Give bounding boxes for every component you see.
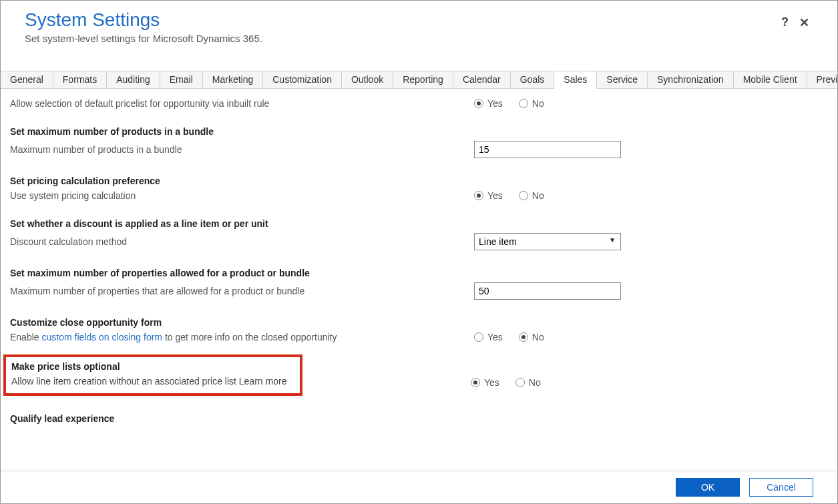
- input-max-bundle[interactable]: [474, 141, 621, 158]
- tab-sales[interactable]: Sales: [554, 71, 597, 89]
- heading-max-props: Set maximum number of properties allowed…: [10, 268, 828, 278]
- tab-auditing[interactable]: Auditing: [107, 71, 160, 88]
- radio-close-opp-yes[interactable]: Yes: [474, 332, 503, 342]
- tab-synchronization[interactable]: Synchronization: [648, 71, 734, 88]
- tab-previews[interactable]: Previews: [807, 71, 838, 88]
- radio-price-lists-optional-yes[interactable]: Yes: [471, 377, 499, 388]
- close-icon[interactable]: ✕: [799, 15, 809, 30]
- link-learn-more-price-lists[interactable]: Learn more: [239, 376, 287, 387]
- label-max-props: Maximum number of properties that are al…: [10, 286, 474, 296]
- tab-customization[interactable]: Customization: [263, 71, 342, 88]
- tab-strip: General Formats Auditing Email Marketing…: [1, 71, 837, 89]
- radio-price-lists-optional: Yes No: [471, 377, 541, 388]
- highlight-price-lists-optional: Make price lists optional Allow line ite…: [3, 354, 302, 396]
- radio-close-opp-no[interactable]: No: [519, 332, 544, 342]
- radio-close-opp: Yes No: [474, 332, 544, 342]
- tab-goals[interactable]: Goals: [511, 71, 555, 88]
- dialog-header: System Settings Set system-level setting…: [1, 1, 837, 51]
- radio-default-pricelist-yes[interactable]: Yes: [474, 98, 503, 109]
- label-default-pricelist: Allow selection of default pricelist for…: [10, 98, 474, 109]
- radio-default-pricelist: Yes No: [474, 98, 544, 109]
- heading-discount: Set whether a discount is applied as a l…: [10, 218, 828, 229]
- link-custom-fields-closing-form[interactable]: custom fields on closing form: [41, 332, 162, 342]
- label-close-opp: Enable custom fields on closing form to …: [10, 332, 474, 342]
- tab-email[interactable]: Email: [160, 71, 203, 88]
- label-price-lists-optional: Allow line item creation without an asso…: [11, 376, 239, 387]
- cancel-button[interactable]: Cancel: [749, 478, 813, 497]
- radio-pricing-pref-no[interactable]: No: [519, 190, 544, 201]
- radio-pricing-pref: Yes No: [474, 190, 544, 201]
- tab-calendar[interactable]: Calendar: [453, 71, 511, 88]
- ok-button[interactable]: OK: [676, 478, 740, 497]
- label-discount: Discount calculation method: [10, 236, 474, 247]
- page-subtitle: Set system-level settings for Microsoft …: [25, 33, 262, 44]
- dialog-footer: OK Cancel: [1, 471, 837, 503]
- tab-formats[interactable]: Formats: [53, 71, 107, 88]
- tab-marketing[interactable]: Marketing: [203, 71, 263, 88]
- select-discount-method[interactable]: Line item: [474, 233, 621, 250]
- radio-default-pricelist-no[interactable]: No: [519, 98, 544, 109]
- heading-price-lists-optional: Make price lists optional: [11, 361, 294, 372]
- input-max-props[interactable]: [474, 282, 621, 300]
- tab-mobile-client[interactable]: Mobile Client: [734, 71, 807, 88]
- heading-close-opp: Customize close opportunity form: [10, 317, 828, 328]
- tab-reporting[interactable]: Reporting: [393, 71, 453, 88]
- label-max-bundle: Maximum number of products in a bundle: [10, 144, 474, 155]
- settings-panel[interactable]: Set whether the default pricelist for an…: [1, 89, 837, 471]
- radio-price-lists-optional-no[interactable]: No: [515, 377, 541, 388]
- label-pricing-pref: Use system pricing calculation: [10, 190, 474, 201]
- tab-outlook[interactable]: Outlook: [342, 71, 393, 88]
- radio-pricing-pref-yes[interactable]: Yes: [474, 190, 503, 201]
- heading-qualify-lead: Qualify lead experience: [10, 413, 828, 424]
- tab-general[interactable]: General: [1, 71, 53, 88]
- tab-service[interactable]: Service: [597, 71, 648, 88]
- heading-pricing-pref: Set pricing calculation preference: [10, 176, 828, 186]
- help-icon[interactable]: ?: [781, 15, 789, 30]
- page-title: System Settings: [25, 9, 262, 31]
- heading-max-bundle: Set maximum number of products in a bund…: [10, 126, 828, 137]
